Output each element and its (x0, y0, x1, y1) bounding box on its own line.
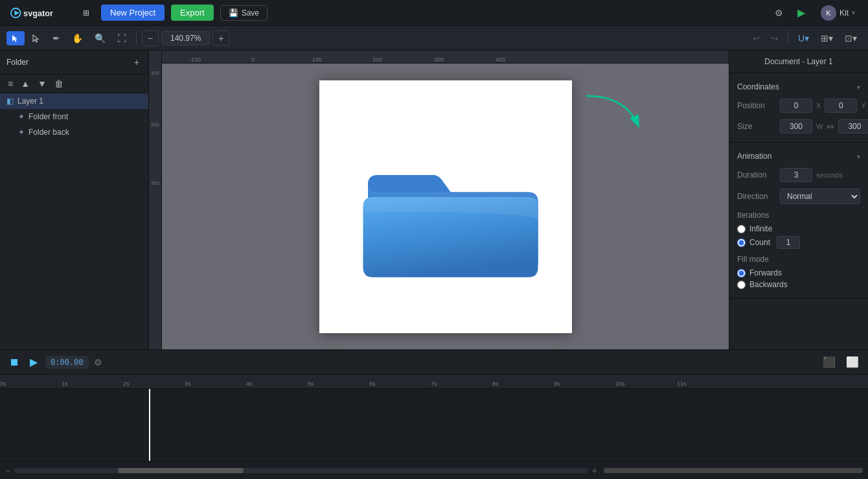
save-icon: 💾 (229, 8, 238, 18)
fit-screen-button[interactable]: ⛶ (113, 30, 131, 46)
rp-coordinates-header[interactable]: Coordinates ▾ (729, 78, 868, 95)
rp-coordinates-section: Coordinates ▾ Position X Y Size W ⇔ H (729, 73, 868, 143)
timeline-mode-button1[interactable]: ⬛ (820, 353, 838, 371)
play-button[interactable]: ▶ (27, 353, 40, 371)
rp-forwards-radio[interactable] (737, 269, 746, 277)
undo-button[interactable]: ↩ (749, 30, 764, 46)
rp-direction-select[interactable]: Normal Reverse Alternate (780, 189, 860, 204)
logo-svg: svgator (8, 6, 66, 19)
tl-scroll-right-button[interactable]: + (592, 465, 597, 476)
ruler-tick-200: 200 (372, 56, 382, 63)
ruler-horizontal: -100 0 100 200 300 400 (149, 51, 729, 64)
rp-forwards-row: Forwards (737, 268, 860, 277)
tick-5s: 5s (308, 380, 314, 387)
zoom-minus-button[interactable]: − (142, 30, 159, 46)
rp-coordinates-label: Coordinates (737, 82, 779, 91)
rp-pos-y-label: Y (861, 102, 865, 110)
layer1-icon: ◧ (6, 97, 14, 106)
rp-size-h-input[interactable] (838, 119, 868, 134)
tick-9s: 9s (554, 380, 560, 387)
rp-pos-x-input[interactable] (780, 99, 812, 113)
ruler-vtick-200: 200 (151, 122, 159, 128)
rp-fill-mode-row: Fill mode (729, 251, 868, 267)
tl-scroll-track[interactable] (14, 468, 588, 473)
rp-duration-label: Duration (737, 170, 776, 180)
grid-view-button[interactable]: ⊞ (78, 6, 95, 20)
white-canvas (319, 80, 572, 333)
layer-item-folder-back[interactable]: ✦ Folder back (0, 124, 148, 140)
snap-toggle-button[interactable]: ⊡▾ (840, 30, 862, 46)
tl-scroll-thumb[interactable] (118, 468, 244, 473)
layers-collapse-button[interactable]: ≡ (5, 77, 16, 90)
save-button[interactable]: 💾 Save (220, 5, 268, 21)
rp-size-w-input[interactable] (780, 119, 812, 134)
export-button[interactable]: Export (171, 5, 214, 21)
user-name: Kit (839, 8, 849, 18)
timeline-ruler: 0s 1s 2s 3s 4s 5s 6s 7s 8s 9s 10s 11s (0, 375, 868, 389)
tick-7s: 7s (431, 380, 437, 387)
layers-delete-button[interactable]: 🗑 (52, 77, 66, 90)
tick-0s: 0s (0, 380, 6, 387)
link-proportions-icon[interactable]: ⇔ (827, 121, 834, 132)
avatar: K (821, 5, 836, 21)
rp-animation-header[interactable]: Animation ▾ (729, 148, 868, 165)
rp-count-radio[interactable] (737, 239, 746, 247)
pen-tool-button[interactable]: ✒ (48, 30, 65, 46)
rp-iterations-label: Iterations (737, 211, 776, 220)
rp-backwards-radio[interactable] (737, 281, 746, 289)
grid-toggle-button[interactable]: ⊞▾ (816, 30, 838, 46)
ruler-tick--100: -100 (189, 56, 201, 63)
tl-scroll-thumb2[interactable] (604, 468, 863, 473)
canvas-area[interactable]: -100 0 100 200 300 400 100 200 300 (149, 51, 729, 349)
zoom-display[interactable]: 140.97% (161, 31, 210, 45)
redo-button[interactable]: ↪ (767, 30, 782, 46)
zoom-tool-button[interactable]: 🔍 (90, 30, 110, 46)
folder-back-label: Folder back (29, 128, 69, 137)
rp-count-row: Count (737, 236, 860, 249)
timeline-playhead[interactable] (149, 389, 150, 461)
layer-item-folder-front[interactable]: ✦ Folder front (0, 109, 148, 124)
zoom-plus-button[interactable]: + (212, 30, 229, 46)
tick-8s: 8s (492, 380, 499, 387)
timeline-mode-button2[interactable]: ⬜ (843, 353, 862, 371)
rp-iterations-radio-group: Infinite Count (729, 223, 868, 251)
timeline-settings-button[interactable]: ⚙ (94, 357, 102, 368)
rp-duration-row: Duration seconds (729, 165, 868, 185)
chevron-down-icon2: ▾ (857, 153, 860, 160)
tl-scroll-track2[interactable] (604, 468, 863, 473)
tick-1s: 1s (62, 380, 68, 387)
bottom-area: ⏹ ▶ 0:00.00 ⚙ ⬛ ⬜ 0s 1s 2s 3s 4s 5s 6s 7… (0, 349, 868, 479)
tick-3s: 3s (185, 380, 191, 387)
rp-fill-mode-group: Forwards Backwards (729, 267, 868, 293)
layers-up-button[interactable]: ▲ (18, 77, 32, 90)
new-project-button[interactable]: New Project (101, 5, 165, 21)
user-menu[interactable]: K Kit ▾ (816, 3, 860, 23)
ruler-vtick-100: 100 (151, 70, 159, 76)
chevron-down-icon: ▾ (852, 9, 855, 16)
tl-scroll-left-button[interactable]: − (5, 465, 10, 476)
play-preview-button[interactable]: ▶ (794, 4, 809, 21)
tick-11s: 11s (677, 380, 687, 387)
select-tool-button[interactable] (6, 31, 25, 45)
hand-tool-button[interactable]: ✋ (67, 30, 87, 46)
panel-header: Folder + (0, 51, 148, 75)
settings-icon-btn[interactable]: ⚙ (771, 5, 787, 21)
underline-button[interactable]: U▾ (794, 30, 814, 46)
svg-text:svgator: svgator (23, 8, 53, 18)
add-layer-button[interactable]: + (131, 56, 142, 69)
ruler-tick-0: 0 (251, 56, 255, 63)
rp-size-row: Size W ⇔ H (729, 116, 868, 137)
rp-infinite-radio[interactable] (737, 225, 746, 233)
rp-duration-unit: seconds (816, 171, 843, 179)
direct-select-tool-button[interactable] (27, 31, 45, 45)
rp-count-input[interactable] (777, 236, 800, 249)
layers-down-button[interactable]: ▼ (35, 77, 49, 90)
rp-backwards-row: Backwards (737, 280, 860, 289)
tick-4s: 4s (246, 380, 253, 387)
ruler-tick-100: 100 (312, 56, 322, 63)
rp-duration-input[interactable] (780, 168, 812, 182)
layer-item-layer1[interactable]: ◧ Layer 1 (0, 93, 148, 109)
stop-button[interactable]: ⏹ (6, 354, 22, 371)
layers-toolbar: ≡ ▲ ▼ 🗑 (0, 75, 148, 93)
rp-pos-y-input[interactable] (825, 99, 857, 113)
